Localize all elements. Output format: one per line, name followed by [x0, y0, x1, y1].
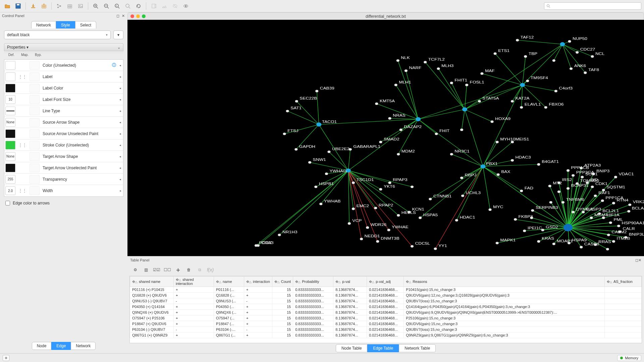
- mapping-handle[interactable]: ⋮⋮: [17, 186, 28, 195]
- column-header[interactable]: �△p-val_adj: [367, 277, 404, 287]
- default-swatch[interactable]: [5, 84, 15, 93]
- property-row[interactable]: ⋮⋮Label◂: [4, 71, 123, 82]
- property-row[interactable]: 10Label Font Size◂: [4, 94, 123, 105]
- properties-header[interactable]: Properties ▾ ⌄: [4, 43, 123, 51]
- table-row[interactable]: O75947 (+) P25106+O75947 (...+150.833333…: [130, 315, 642, 321]
- float-table-icon[interactable]: ◻: [635, 258, 638, 262]
- close-icon[interactable]: [130, 14, 134, 18]
- network-view[interactable]: differential_network.txt TACO1HELLSPBX1M…: [127, 12, 644, 256]
- zoom-out-icon[interactable]: [102, 1, 111, 11]
- function-builder-icon[interactable]: f(x): [207, 266, 214, 274]
- tab-node-table[interactable]: Node Table: [336, 344, 368, 352]
- property-row[interactable]: Line Type◂: [4, 105, 123, 117]
- mapping-handle[interactable]: [17, 129, 28, 138]
- style-tab-network[interactable]: Network: [71, 342, 96, 350]
- mapping-handle[interactable]: [17, 61, 28, 70]
- export-image-icon[interactable]: [76, 1, 85, 11]
- table-row[interactable]: P04350 (+) Q14164+P04350 (...+150.833333…: [130, 304, 642, 310]
- property-row[interactable]: Label Color◂: [4, 82, 123, 94]
- open-session-icon[interactable]: [3, 1, 12, 11]
- column-header[interactable]: �△Reasons: [404, 277, 605, 287]
- zoom-in-icon[interactable]: [91, 1, 100, 11]
- save-session-icon[interactable]: [13, 1, 23, 11]
- mapping-handle[interactable]: [17, 118, 28, 127]
- expand-arrow-icon[interactable]: ◂: [117, 64, 123, 67]
- import-table-icon[interactable]: [39, 1, 49, 11]
- column-header[interactable]: �△shared name: [130, 277, 174, 287]
- mapping-handle[interactable]: [17, 175, 28, 184]
- add-column-icon[interactable]: ＋: [174, 266, 182, 274]
- column-header[interactable]: �△name: [214, 277, 244, 287]
- default-swatch[interactable]: 10: [5, 95, 15, 104]
- mapping-handle[interactable]: [17, 152, 28, 161]
- property-row[interactable]: NoneTarget Arrow Shape◂: [4, 151, 123, 162]
- search-input[interactable]: [552, 4, 639, 8]
- mapping-handle[interactable]: [17, 107, 28, 115]
- tab-edge-table[interactable]: Edge Table: [367, 344, 399, 352]
- property-row[interactable]: NoneSource Arrow Shape◂: [4, 117, 123, 128]
- columns-icon[interactable]: ▥: [142, 266, 150, 274]
- job-list-icon[interactable]: ≡: [3, 355, 9, 361]
- tab-select[interactable]: Select: [75, 21, 96, 29]
- gear-icon[interactable]: ⚙: [131, 266, 139, 274]
- mapping-handle[interactable]: [17, 84, 28, 93]
- default-swatch[interactable]: None: [5, 152, 15, 161]
- bypass-swatch[interactable]: [30, 84, 40, 93]
- show-all-icon[interactable]: [181, 1, 191, 11]
- hide-selected-icon[interactable]: [160, 1, 169, 11]
- close-table-icon[interactable]: ✕: [638, 258, 641, 262]
- expand-arrow-icon[interactable]: ◂: [117, 121, 123, 124]
- export-network-icon[interactable]: [54, 1, 64, 11]
- tab-style[interactable]: Style: [56, 21, 75, 29]
- table-row[interactable]: P18847 (+) Q9UDV6+P18847 (...+150.833333…: [130, 321, 642, 327]
- property-row[interactable]: Color (Unselected)ⓘ◂: [4, 60, 123, 71]
- import-network-icon[interactable]: [29, 1, 38, 11]
- bypass-swatch[interactable]: [30, 72, 40, 81]
- deselect-all-icon[interactable]: ☐☐: [164, 266, 171, 274]
- property-row[interactable]: 255Transparency◂: [4, 174, 123, 185]
- default-swatch[interactable]: [5, 61, 15, 70]
- property-row[interactable]: Target Arrow Unselected Paint◂: [4, 162, 123, 174]
- mapping-handle[interactable]: ⋮⋮: [17, 141, 28, 149]
- link-icon[interactable]: ⧉: [196, 266, 203, 274]
- expand-arrow-icon[interactable]: ◂: [117, 166, 123, 170]
- property-row[interactable]: ⋮⋮Stroke Color (Unselected)◂: [4, 139, 123, 151]
- bypass-swatch[interactable]: [30, 175, 40, 184]
- refresh-icon[interactable]: [134, 1, 143, 11]
- expand-arrow-icon[interactable]: ◂: [117, 155, 123, 158]
- column-header[interactable]: �△shared interaction: [174, 277, 214, 287]
- style-tab-node[interactable]: Node: [32, 342, 52, 350]
- float-window-icon[interactable]: ◻: [115, 13, 120, 18]
- property-row[interactable]: 2.0⋮⋮Width◂: [4, 185, 123, 196]
- default-swatch[interactable]: None: [5, 118, 15, 127]
- expand-arrow-icon[interactable]: ◂: [117, 132, 123, 135]
- expand-arrow-icon[interactable]: ◂: [117, 109, 123, 113]
- zoom-selected-icon[interactable]: [123, 1, 132, 11]
- default-swatch[interactable]: [5, 107, 15, 115]
- expand-arrow-icon[interactable]: ◂: [117, 98, 123, 101]
- bypass-swatch[interactable]: [30, 186, 40, 195]
- mapping-handle[interactable]: [17, 164, 28, 172]
- minimize-icon[interactable]: [136, 14, 140, 18]
- data-grid[interactable]: �△shared name�△shared interaction�△name�…: [129, 276, 642, 343]
- style-preset-dropdown[interactable]: default black: [4, 31, 111, 39]
- expand-arrow-icon[interactable]: ◂: [117, 178, 123, 181]
- info-icon[interactable]: ⓘ: [111, 62, 117, 68]
- bypass-swatch[interactable]: [30, 118, 40, 127]
- delete-column-icon[interactable]: 🗑: [185, 266, 193, 274]
- tab-network-table[interactable]: Network Table: [399, 344, 436, 352]
- first-neighbors-icon[interactable]: [149, 1, 158, 11]
- bypass-swatch[interactable]: [30, 164, 40, 172]
- table-row[interactable]: Q86TG1 (+) Q9NRZ9+Q86TG1 (...+150.833333…: [130, 333, 642, 338]
- expand-arrow-icon[interactable]: ◂: [117, 86, 123, 90]
- edge-color-to-arrows-checkbox[interactable]: Edge color to arrows: [4, 198, 123, 208]
- maximize-icon[interactable]: [142, 14, 146, 18]
- default-swatch[interactable]: [5, 72, 15, 81]
- default-swatch[interactable]: [5, 164, 15, 172]
- bypass-swatch[interactable]: [30, 61, 40, 70]
- bypass-swatch[interactable]: [30, 129, 40, 138]
- default-swatch[interactable]: 2.0: [5, 186, 15, 195]
- bypass-swatch[interactable]: [30, 152, 40, 161]
- bypass-swatch[interactable]: [30, 107, 40, 115]
- style-tab-edge[interactable]: Edge: [51, 342, 71, 350]
